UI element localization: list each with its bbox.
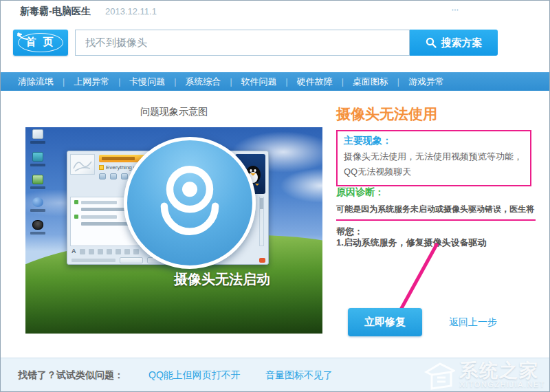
status-icon [99, 165, 104, 170]
nav-item-xitongzonghe[interactable]: 系统综合 [176, 76, 230, 88]
similar-problems-prompt: 找错了？试试类似问题： [18, 358, 124, 391]
home-button[interactable]: 首 页 [13, 30, 68, 56]
figure-caption: 摄像头无法启动 [167, 270, 277, 289]
home-button-label: 首 页 [18, 33, 63, 52]
desktop-icons [29, 129, 47, 243]
feedback-icon[interactable] [443, 1, 468, 21]
nav-item-shangwangyichang[interactable]: 上网异常 [65, 76, 118, 88]
header-sky-background: 新毒霸-电脑医生 2013.12.11.1 [1, 1, 550, 91]
qq-format-toolbar: A [72, 248, 139, 254]
fix-now-button[interactable]: 立即修复 [348, 308, 422, 336]
nav-item-yingjianguzhang[interactable]: 硬件故障 [288, 76, 342, 88]
app-version: 2013.12.11.1 [105, 6, 157, 17]
app-window: 新毒霸-电脑医生 2013.12.11.1 [0, 0, 550, 392]
network-icon [29, 197, 47, 212]
webcam-icon [150, 160, 230, 246]
qq-call-icon [259, 258, 265, 263]
app-title: 新毒霸-电脑医生 [20, 6, 91, 18]
nav-item-kamanwenti[interactable]: 卡慢问题 [120, 76, 174, 88]
cloud-decoration [280, 168, 322, 203]
recycle-bin-icon [29, 175, 47, 189]
search-input[interactable] [75, 30, 410, 56]
similar-problem-link-qq[interactable]: QQ能上但网页打不开 [148, 358, 241, 391]
avatar [70, 154, 95, 175]
magnifier-icon [426, 37, 437, 48]
problem-illustration: Everything would gonna be OK A [25, 127, 322, 334]
nav-item-zhuomiantubiao[interactable]: 桌面图标 [344, 76, 397, 88]
minimize-icon[interactable] [494, 1, 518, 21]
qq-close-button [120, 257, 143, 263]
similar-problem-link-volume[interactable]: 音量图标不见了 [265, 358, 333, 391]
main-content: 问题现象示意图 E [1, 91, 550, 358]
document-icon [29, 129, 47, 144]
diagnosis-line1-underlined: 可能是因为系统服务未启动或摄像头驱动错误，医生将 [336, 203, 536, 221]
my-computer-icon [29, 152, 47, 166]
category-nav: 清除流氓 | 上网异常 | 卡慢问题 | 系统综合 | 软件问题 | 硬件故障 … [1, 72, 550, 91]
solution-title: 摄像头无法使用 [336, 105, 437, 124]
close-icon[interactable] [519, 1, 544, 21]
nav-item-qingchuliumang[interactable]: 清除流氓 [9, 76, 63, 88]
nav-item-youxiyichang[interactable]: 游戏异常 [399, 76, 453, 88]
back-link[interactable]: 返回上一步 [449, 316, 497, 329]
symptom-label: 主要现象： [344, 135, 524, 147]
qq-icon [29, 220, 47, 235]
symptom-annotation-box: 主要现象： 摄像头无法使用，无法使用视频预览等功能，QQ无法视频聊天 [336, 130, 531, 186]
skin-menu-icon[interactable] [468, 1, 493, 21]
symptom-text: 摄像头无法使用，无法使用视频预览等功能，QQ无法视频聊天 [344, 149, 524, 179]
figure-title: 问题现象示意图 [25, 106, 322, 118]
qq-window-title-text [102, 157, 135, 160]
search-button[interactable]: 搜索方案 [410, 30, 498, 56]
webcam-circle [124, 137, 256, 269]
nav-item-ruanjianwenti[interactable]: 软件问题 [232, 76, 286, 88]
window-controls [443, 1, 544, 21]
titlebar: 新毒霸-电脑医生 2013.12.11.1 [1, 1, 550, 21]
footer-bar: 找错了？试试类似问题： QQ能上但网页打不开 音量图标不见了 [1, 358, 550, 392]
diagnosis-text: 可能是因为系统服务未启动或摄像头驱动错误，医生将 帮您： [336, 203, 536, 239]
search-button-label: 搜索方案 [441, 36, 483, 50]
diagnosis-label: 原因诊断： [336, 186, 384, 199]
qq-scrollbar [259, 197, 264, 246]
